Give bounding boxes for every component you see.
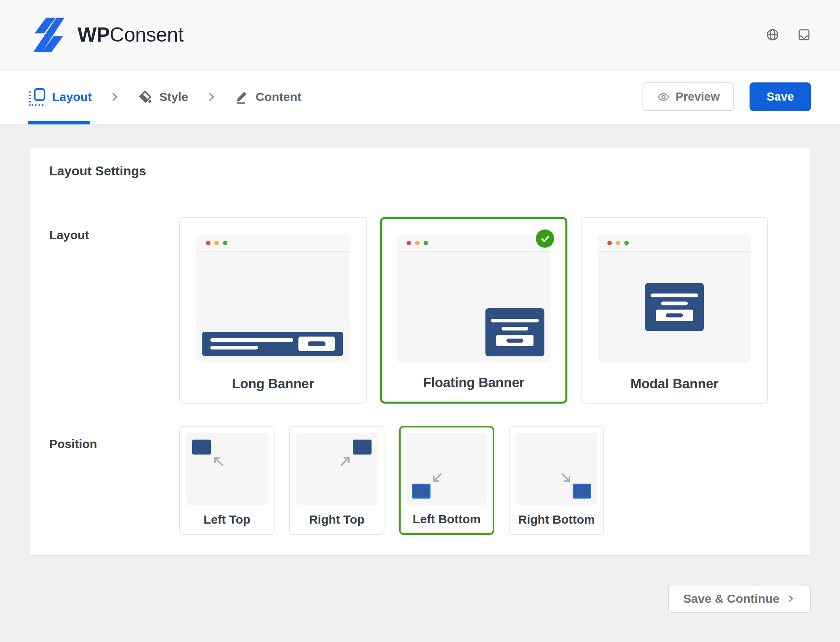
traffic-dot-yellow bbox=[415, 241, 420, 245]
position-option-label: Right Top bbox=[309, 505, 365, 534]
position-option-right-bottom[interactable]: Right Bottom bbox=[509, 426, 604, 535]
pencil-icon bbox=[234, 90, 249, 104]
traffic-dot-green bbox=[624, 241, 629, 245]
position-option-label: Left Bottom bbox=[413, 505, 481, 533]
tab-style-label: Style bbox=[159, 90, 188, 104]
chevron-right-icon bbox=[205, 91, 217, 103]
layout-row-label: Layout bbox=[49, 217, 179, 404]
browser-mockup-titlebar bbox=[196, 235, 350, 252]
position-preview-box bbox=[296, 433, 378, 505]
eye-icon bbox=[657, 91, 670, 103]
brand-name-rest: Consent bbox=[110, 23, 184, 46]
banner-position-rect bbox=[573, 484, 591, 499]
paint-bucket-icon bbox=[138, 90, 152, 104]
panel-title: Layout Settings bbox=[49, 164, 146, 179]
layout-option-label: Modal Banner bbox=[630, 376, 718, 392]
settings-nav: Layout Style Content Preview bbox=[0, 69, 840, 124]
check-icon bbox=[540, 234, 550, 244]
save-and-continue-button[interactable]: Save & Continue bbox=[668, 585, 811, 613]
nav-actions: Preview Save bbox=[643, 82, 811, 111]
save-and-continue-label: Save & Continue bbox=[683, 592, 779, 606]
traffic-dot-yellow bbox=[616, 241, 620, 245]
inbox-icon[interactable] bbox=[797, 28, 811, 42]
layout-option-floating-banner[interactable]: Floating Banner bbox=[380, 217, 567, 404]
layout-option-long-banner[interactable]: Long Banner bbox=[179, 217, 367, 404]
footer-actions: Save & Continue bbox=[29, 585, 811, 613]
app-header: WPConsent bbox=[0, 0, 840, 69]
tab-group: Layout Style Content bbox=[29, 88, 301, 106]
chevron-right-icon bbox=[109, 91, 121, 103]
browser-mockup bbox=[397, 235, 550, 362]
position-option-label: Right Bottom bbox=[518, 505, 595, 534]
layout-option-label: Floating Banner bbox=[423, 375, 524, 390]
browser-mockup-body bbox=[598, 252, 751, 362]
layout-option-label: Long Banner bbox=[232, 376, 314, 392]
position-option-left-top[interactable]: Left Top bbox=[179, 426, 275, 535]
brand-name: WPConsent bbox=[78, 23, 183, 46]
position-option-label: Left Top bbox=[204, 505, 250, 534]
selected-check-badge bbox=[536, 229, 554, 248]
chevron-right-icon bbox=[786, 594, 796, 604]
banner-position-rect bbox=[192, 440, 211, 455]
position-preview-box bbox=[186, 433, 268, 505]
banner-text-line bbox=[210, 346, 258, 349]
main-content: Layout Settings Layout bbox=[0, 147, 840, 613]
banner-button-shape bbox=[656, 309, 693, 321]
banner-text-line bbox=[651, 293, 698, 297]
position-row: Position Left Top bbox=[49, 426, 791, 535]
position-options: Left Top Right Top bbox=[179, 426, 604, 535]
position-option-left-bottom[interactable]: Left Bottom bbox=[399, 426, 494, 535]
browser-mockup-titlebar bbox=[397, 235, 550, 252]
banner-button-pill bbox=[308, 341, 326, 346]
globe-icon[interactable] bbox=[766, 28, 779, 42]
traffic-dot-red bbox=[206, 241, 210, 245]
traffic-dot-green bbox=[424, 241, 428, 245]
traffic-dot-red bbox=[407, 241, 411, 245]
position-preview-box bbox=[516, 433, 597, 505]
banner-text-lines bbox=[210, 338, 298, 349]
layout-settings-panel: Layout Settings Layout bbox=[29, 147, 811, 556]
position-preview-box bbox=[406, 433, 487, 505]
preview-button[interactable]: Preview bbox=[643, 82, 735, 111]
banner-text-line bbox=[491, 319, 539, 322]
banner-text-line bbox=[210, 338, 293, 342]
tab-layout[interactable]: Layout bbox=[29, 88, 92, 106]
browser-mockup-body bbox=[196, 252, 350, 362]
modal-banner-preview bbox=[645, 283, 704, 331]
banner-text-line bbox=[502, 327, 528, 330]
position-option-right-top[interactable]: Right Top bbox=[289, 426, 384, 535]
active-tab-underline bbox=[28, 121, 90, 124]
layout-options: Long Banner bbox=[179, 217, 768, 404]
arrow-up-right-icon bbox=[339, 454, 353, 468]
banner-position-rect bbox=[412, 484, 430, 499]
banner-button-pill bbox=[666, 313, 683, 317]
traffic-dot-green bbox=[223, 241, 227, 245]
arrow-down-right-icon bbox=[559, 471, 573, 485]
layout-frame-icon bbox=[29, 88, 45, 106]
arrow-down-left-icon bbox=[430, 471, 444, 485]
browser-mockup-body bbox=[397, 252, 550, 362]
tab-style[interactable]: Style bbox=[138, 90, 188, 104]
floating-banner-preview bbox=[485, 308, 544, 356]
save-button-label: Save bbox=[766, 90, 794, 103]
tab-content[interactable]: Content bbox=[234, 90, 301, 104]
layout-option-modal-banner[interactable]: Modal Banner bbox=[581, 217, 768, 404]
tab-layout-label: Layout bbox=[52, 90, 92, 104]
arrow-up-left-icon bbox=[211, 454, 225, 468]
traffic-dot-red bbox=[607, 241, 612, 245]
banner-button-pill bbox=[506, 339, 523, 343]
long-banner-preview bbox=[202, 332, 343, 356]
banner-text-line bbox=[661, 301, 688, 305]
browser-mockup-titlebar bbox=[598, 235, 751, 252]
position-row-label: Position bbox=[49, 426, 179, 535]
panel-header: Layout Settings bbox=[29, 147, 811, 195]
browser-mockup bbox=[598, 235, 751, 362]
save-button[interactable]: Save bbox=[750, 82, 811, 111]
banner-position-rect bbox=[353, 440, 372, 455]
brand-name-bold: WP bbox=[78, 23, 110, 46]
browser-mockup bbox=[196, 235, 350, 362]
panel-body: Layout bbox=[29, 195, 811, 555]
layout-row: Layout bbox=[49, 217, 791, 404]
wpconsent-logo-icon bbox=[29, 17, 69, 53]
traffic-dot-yellow bbox=[214, 241, 219, 245]
